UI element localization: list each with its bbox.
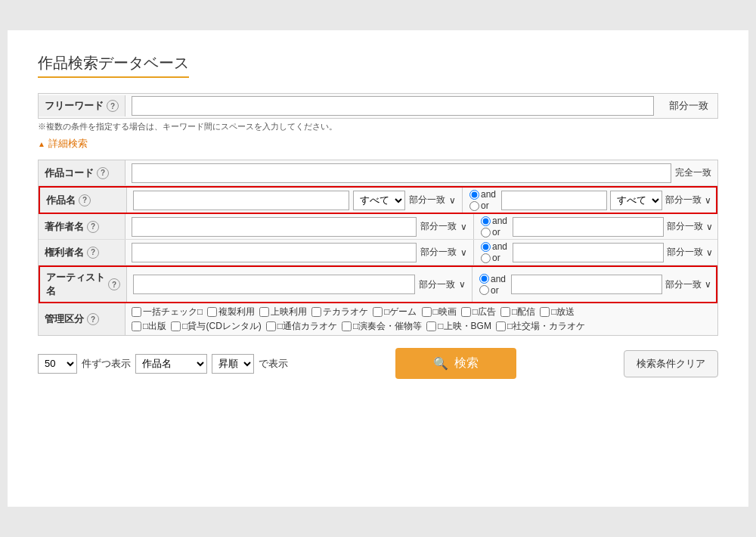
kenrisha-and-label[interactable]: and (481, 241, 507, 252)
input-chosakusha[interactable] (132, 217, 417, 237)
kanri-tsushin-check[interactable] (266, 321, 276, 331)
artist-or-label[interactable]: or (479, 285, 506, 296)
kanri-tsushin[interactable]: □通信カラオケ (266, 320, 337, 333)
kanri-hoso[interactable]: □放送 (540, 306, 575, 318)
kenrisha-or-radio[interactable] (481, 253, 491, 263)
match-dd-kenrisha-2: ∨ (706, 247, 713, 258)
input-sakuhin-mei-2[interactable] (501, 191, 607, 210)
kanri-shuppan[interactable]: □出版 (132, 320, 166, 333)
kenrisha-and-radio[interactable] (481, 242, 491, 252)
kanri-kokoku[interactable]: □広告 (461, 306, 496, 318)
kanri-joei[interactable]: 上映利用 (259, 306, 307, 318)
sort-order-select[interactable]: 昇順 降順 (212, 354, 254, 374)
kanri-shakou[interactable]: □社交場・カラオケ (496, 320, 585, 333)
clear-button[interactable]: 検索条件クリア (624, 350, 718, 377)
label-chosakusha: 著作者名 ? (39, 214, 125, 239)
kenrisha-or-label[interactable]: or (481, 253, 507, 263)
kanri-joei-check[interactable] (259, 307, 269, 317)
detail-search-form: 作品コード ? 完全一致 作品名 ? すべて 作品名 読み 部分一致 (38, 160, 718, 336)
sort-field-select[interactable]: 作品名 作品コード 著作者名 (135, 354, 207, 374)
help-icon-sakuhin-mei[interactable]: ? (79, 194, 91, 206)
artist-second-col: and or 部分一致 ∨ (472, 267, 716, 302)
kanri-teka[interactable]: テカラオケ (311, 306, 368, 318)
per-page-select[interactable]: 50 100 200 (38, 354, 77, 374)
label-artist: アーティスト名 ? (40, 267, 127, 302)
kanri-haishin[interactable]: □配信 (500, 306, 535, 318)
kanri-ikkatsu-check[interactable] (132, 307, 141, 317)
help-icon-kanri[interactable]: ? (87, 313, 99, 325)
kanri-eiga[interactable]: □映画 (422, 306, 457, 318)
freeword-hint: ※複数の条件を指定する場合は、キーワード間にスペースを入力してください。 (38, 121, 718, 132)
kanri-game-check[interactable] (373, 307, 383, 317)
select-sakuhin-mei-2[interactable]: すべて 作品名 (610, 191, 662, 210)
kanri-kokoku-check[interactable] (461, 307, 471, 317)
label-text-kanri: 管理区分 (45, 312, 84, 326)
input-sakuhin-code[interactable] (132, 163, 671, 183)
sakuhin-mei-andor: and or (469, 189, 496, 211)
kanri-game[interactable]: □ゲーム (373, 306, 417, 318)
kanri-shakou-check[interactable] (496, 321, 506, 331)
kanri-fukusei-check[interactable] (207, 307, 217, 317)
freeword-row: フリーワード ? 部分一致 (38, 93, 718, 119)
help-icon-artist[interactable]: ? (108, 278, 120, 290)
kanri-row1: 一括チェック□ 複製利用 上映利用 テカラオケ (132, 306, 711, 318)
input-artist[interactable] (133, 275, 415, 294)
kanri-ensoukai[interactable]: □演奏会・催物等 (342, 320, 422, 333)
chosakusha-and-radio[interactable] (481, 216, 491, 226)
chosakusha-or-label[interactable]: or (481, 227, 507, 237)
help-icon-chosakusha[interactable]: ? (87, 221, 99, 233)
match-dd-chosakusha: ∨ (460, 222, 467, 232)
ctrl-artist: 部分一致 ∨ (127, 267, 472, 302)
row-chosakusha: 著作者名 ? 部分一致 ∨ and or 部分一致 (39, 214, 717, 240)
match-dd-artist-2: ∨ (705, 279, 711, 290)
help-icon-kenrisha[interactable]: ? (87, 247, 99, 259)
label-text-sakuhin-code: 作品コード (45, 166, 94, 180)
kanri-joei-bgm[interactable]: □上映・BGM (426, 320, 491, 333)
artist-and-radio[interactable] (479, 274, 489, 284)
kanri-shuppan-check[interactable] (132, 321, 141, 331)
kanri-haishin-check[interactable] (500, 307, 510, 317)
ctrl-chosakusha: 部分一致 ∨ (125, 214, 474, 239)
bottom-left: 50 100 200 件ずつ表示 作品名 作品コード 著作者名 昇順 降順 で表… (38, 354, 288, 374)
input-artist-2[interactable] (511, 275, 662, 294)
ctrl-sakuhin-code: 完全一致 (125, 160, 717, 185)
detail-search-link[interactable]: 詳細検索 (38, 137, 88, 151)
kanri-kashiyo-check[interactable] (171, 321, 181, 331)
kenrisha-andor: and or (481, 241, 507, 263)
artist-and-label[interactable]: and (479, 274, 506, 284)
search-button[interactable]: 🔍 検索 (395, 348, 516, 379)
match-artist-2: 部分一致 (665, 278, 702, 291)
sort-suffix: で表示 (259, 357, 288, 371)
kanri-kashiyo[interactable]: □貸与(CDレンタル) (171, 320, 262, 333)
help-icon-sakuhin-code[interactable]: ? (97, 167, 109, 179)
label-text-sakuhin-mei: 作品名 (46, 194, 76, 207)
label-kanri: 管理区分 ? (39, 303, 125, 335)
kanri-eiga-check[interactable] (422, 307, 432, 317)
sakuhin-mei-and-label[interactable]: and (469, 189, 496, 200)
bottom-bar: 50 100 200 件ずつ表示 作品名 作品コード 著作者名 昇順 降順 で表… (38, 348, 718, 379)
sakuhin-mei-or-radio[interactable] (469, 201, 479, 211)
match-kenrisha: 部分一致 (420, 246, 457, 259)
input-kenrisha[interactable] (132, 243, 417, 262)
kanri-row2: □出版 □貸与(CDレンタル) □通信カラオケ □演奏会・催物等 (132, 320, 711, 333)
chosakusha-or-radio[interactable] (481, 228, 491, 237)
page-title: 作品検索データベース (38, 53, 189, 78)
sakuhin-mei-and-radio[interactable] (469, 190, 479, 200)
kanri-teka-check[interactable] (311, 307, 321, 317)
freeword-label-text: フリーワード (45, 99, 104, 113)
select-sakuhin-mei[interactable]: すべて 作品名 読み (353, 191, 405, 210)
kanri-ikkatsu[interactable]: 一括チェック□ (132, 306, 203, 318)
match-sakuhin-code: 完全一致 (675, 166, 711, 179)
kanri-ensoukai-check[interactable] (342, 321, 352, 331)
sakuhin-mei-or-label[interactable]: or (469, 200, 496, 211)
input-kenrisha-2[interactable] (513, 243, 664, 262)
freeword-input[interactable] (132, 96, 654, 116)
artist-or-radio[interactable] (479, 285, 489, 295)
input-sakuhin-mei[interactable] (133, 191, 349, 210)
kanri-fukusei[interactable]: 複製利用 (207, 306, 255, 318)
freeword-help-icon[interactable]: ? (107, 100, 119, 112)
input-chosakusha-2[interactable] (513, 217, 664, 237)
chosakusha-and-label[interactable]: and (481, 216, 507, 226)
kanri-hoso-check[interactable] (540, 307, 550, 317)
kanri-joei-bgm-check[interactable] (426, 321, 436, 331)
